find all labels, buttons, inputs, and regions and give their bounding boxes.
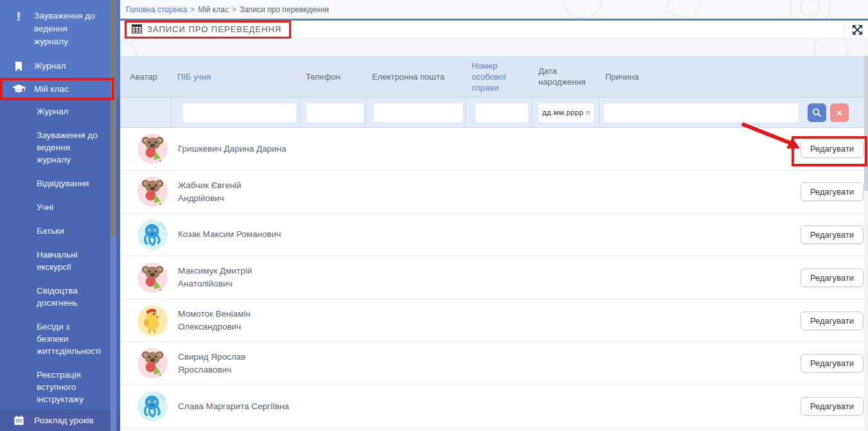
edit-button[interactable]: Редагувати — [801, 312, 864, 330]
column-header-phone: Телефон — [300, 56, 366, 97]
filter-cell-email — [366, 98, 466, 127]
watermark-doodle — [790, 0, 831, 19]
header-divider — [844, 24, 844, 35]
sidebar-sub-remarks[interactable]: Зауваження до ведення журналу — [0, 123, 120, 172]
student-avatar — [137, 391, 168, 421]
sidebar-sub-certificates[interactable]: Свідоцтва досягнень — [0, 279, 120, 315]
sidebar-item-label: Журнал — [34, 60, 66, 73]
sidebar-item-schedule[interactable]: Розклад уроків — [0, 410, 120, 431]
main-content: Головна сторінка > Мій клас > Записи про… — [120, 0, 868, 431]
filter-reason-input[interactable] — [604, 103, 799, 122]
edit-button[interactable]: Редагувати — [801, 182, 864, 201]
student-name: Максимук Дмитрій Анатолійович — [172, 256, 300, 299]
watermark-doodle — [814, 39, 849, 56]
table-row: Жабчик Євгеній Андрійович Редагувати — [120, 171, 868, 214]
student-name: Момоток Веніамін Олександрович — [172, 299, 300, 342]
student-avatar — [137, 220, 168, 250]
sidebar-sub-attendance[interactable]: Відвідування — [0, 172, 120, 195]
sidebar-sub-safety-talks[interactable]: Бесіди з безпеки життєдіяльності — [0, 315, 120, 363]
watermark-doodle — [120, 41, 137, 56]
watermark-doodle — [563, 0, 602, 19]
column-header-reason: Причина — [599, 56, 868, 97]
student-name: Жабчик Євгеній Андрійович — [172, 171, 300, 213]
table-row: Максимук Дмитрій Анатолійович Редагувати — [120, 256, 868, 299]
page-scrollbar[interactable] — [864, 38, 868, 431]
table-row: Козак Максим Романович Редагувати — [120, 214, 868, 257]
table-body: Гришкевич Дарина Дарина Редагувати Жабчи… — [120, 128, 868, 428]
sidebar: ! Зауваження до ведення журналу Журнал М… — [0, 0, 120, 431]
column-header-student-name[interactable]: ПІБ учня — [172, 56, 300, 97]
table-row: Свирид Ярослав Ярославович Редагувати — [120, 342, 868, 385]
panel-spacer — [120, 39, 868, 56]
sidebar-submenu: Журнал Зауваження до ведення журналу Від… — [0, 100, 120, 431]
filter-cell-name — [172, 98, 300, 127]
search-icon — [812, 108, 822, 118]
sidebar-item-remarks-journal[interactable]: ! Зауваження до ведення журналу — [0, 4, 120, 54]
filter-cell-birthdate: дд.мм.рррр — [533, 98, 599, 127]
student-avatar — [137, 177, 168, 207]
sidebar-item-label: Зауваження до ведення журналу — [34, 10, 103, 48]
table-filter-row: дд.мм.рррр × — [120, 97, 868, 128]
edit-button[interactable]: Редагувати — [801, 268, 864, 287]
date-placeholder: дд.мм.рррр — [542, 109, 583, 116]
sidebar-item-label: Розклад уроків — [34, 416, 94, 425]
breadcrumb: Головна сторінка > Мій клас > Записи про… — [120, 0, 868, 19]
sidebar-item-label: Мій клас — [34, 84, 69, 94]
page-scrollbar-thumb[interactable] — [864, 56, 868, 191]
breadcrumb-my-class: Мій клас — [198, 5, 229, 14]
filter-birthdate-input[interactable]: дд.мм.рррр — [538, 103, 594, 122]
student-avatar — [137, 134, 168, 164]
sidebar-sub-students[interactable]: Учні — [0, 195, 120, 219]
edit-button[interactable]: Редагувати — [801, 397, 864, 416]
page: ! Зауваження до ведення журналу Журнал М… — [0, 0, 868, 431]
student-avatar — [137, 348, 168, 378]
calendar-icon — [587, 109, 590, 116]
filter-email-input[interactable] — [374, 103, 463, 122]
calendar-icon — [9, 415, 28, 426]
exclamation-icon: ! — [9, 10, 28, 22]
column-header-email: Електронна пошта — [366, 56, 466, 97]
column-header-birthdate: Дата народження — [533, 56, 599, 97]
table-row: Слава Маргарита Сергіївна Редагувати — [120, 385, 868, 428]
student-name: Козак Максим Романович — [172, 214, 300, 256]
breadcrumb-home-link[interactable]: Головна сторінка — [126, 5, 187, 14]
student-avatar — [137, 263, 168, 293]
filter-file-number-input[interactable] — [475, 103, 528, 122]
sidebar-item-journal[interactable]: Журнал — [0, 54, 120, 78]
sidebar-sub-excursions[interactable]: Навчальні екскурсії — [0, 243, 120, 279]
search-button[interactable] — [808, 103, 826, 122]
clear-filter-button[interactable]: × — [830, 103, 849, 122]
sidebar-item-my-class[interactable]: Мій клас — [0, 78, 120, 100]
table-grid-icon — [132, 24, 142, 33]
filter-name-input[interactable] — [183, 103, 296, 122]
sidebar-top-section: ! Зауваження до ведення журналу Журнал — [0, 0, 120, 78]
page-title: ЗАПИСИ ПРО ПЕРЕВЕДЕННЯ — [147, 24, 281, 34]
column-header-file-number[interactable]: Номер особової справи — [466, 56, 533, 97]
watermark-doodle — [664, 0, 704, 19]
table-header-row: Аватар ПІБ учня Телефон Електронна пошта… — [120, 56, 868, 97]
student-name: Слава Маргарита Сергіївна — [172, 385, 300, 428]
student-name: Свирид Ярослав Ярославович — [172, 342, 300, 385]
student-name: Гришкевич Дарина Дарина — [172, 128, 300, 170]
breadcrumb-current: Записи про переведення — [240, 5, 329, 14]
breadcrumb-separator: > — [190, 5, 195, 14]
student-avatar — [137, 306, 168, 336]
filter-cell-avatar — [120, 98, 172, 127]
expand-icon[interactable] — [850, 22, 864, 37]
graduation-cap-icon — [9, 84, 28, 94]
edit-button[interactable]: Редагувати — [801, 354, 864, 373]
breadcrumb-separator: > — [232, 5, 236, 14]
sidebar-scrollbar-thumb[interactable] — [111, 0, 116, 236]
edit-button[interactable]: Редагувати — [801, 225, 864, 244]
table-row: Гришкевич Дарина Дарина Редагувати — [120, 128, 868, 171]
sidebar-scrollbar[interactable] — [111, 0, 116, 431]
panel-header: ЗАПИСИ ПРО ПЕРЕВЕДЕННЯ — [120, 21, 868, 39]
filter-cell-file-number — [466, 98, 533, 127]
filter-phone-input[interactable] — [306, 103, 364, 122]
filter-cell-phone — [300, 98, 366, 127]
bookmark-icon — [9, 60, 28, 72]
sidebar-sub-parents[interactable]: Батьки — [0, 219, 120, 243]
edit-button[interactable]: Редагувати — [801, 139, 864, 158]
sidebar-sub-journal[interactable]: Журнал — [0, 100, 120, 123]
sidebar-sub-intro-briefing[interactable]: Реєстрація вступного інструктажу — [0, 363, 120, 411]
